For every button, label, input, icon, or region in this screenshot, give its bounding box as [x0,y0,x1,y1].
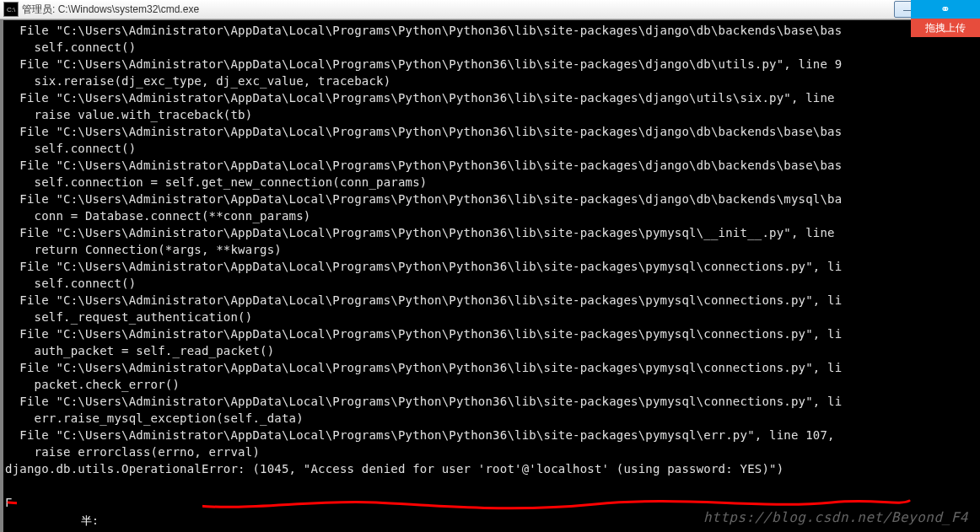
titlebar[interactable]: C:\ 管理员: C:\Windows\system32\cmd.exe — ◻… [0,0,980,19]
cmd-icon-label: C:\ [7,6,15,13]
cmd-window: C:\ 管理员: C:\Windows\system32\cmd.exe — ◻… [0,0,980,532]
upload-icon-row: ⚭ [911,0,980,19]
upload-overlay[interactable]: ⚭ 拖拽上传 [911,0,980,37]
console-inner: File "C:\Users\Administrator\AppData\Loc… [5,22,978,530]
link-icon: ⚭ [940,3,950,16]
ime-indicator: 半: [81,513,99,529]
upload-label: 拖拽上传 [911,19,980,37]
window-title: 管理员: C:\Windows\system32\cmd.exe [22,3,894,17]
watermark-text: https://blog.csdn.net/Beyond_F4 [703,509,968,525]
cmd-icon: C:\ [3,2,19,17]
redacted-region [17,497,202,513]
console-output: File "C:\Users\Administrator\AppData\Loc… [5,22,978,511]
console-area[interactable]: File "C:\Users\Administrator\AppData\Loc… [0,19,980,532]
